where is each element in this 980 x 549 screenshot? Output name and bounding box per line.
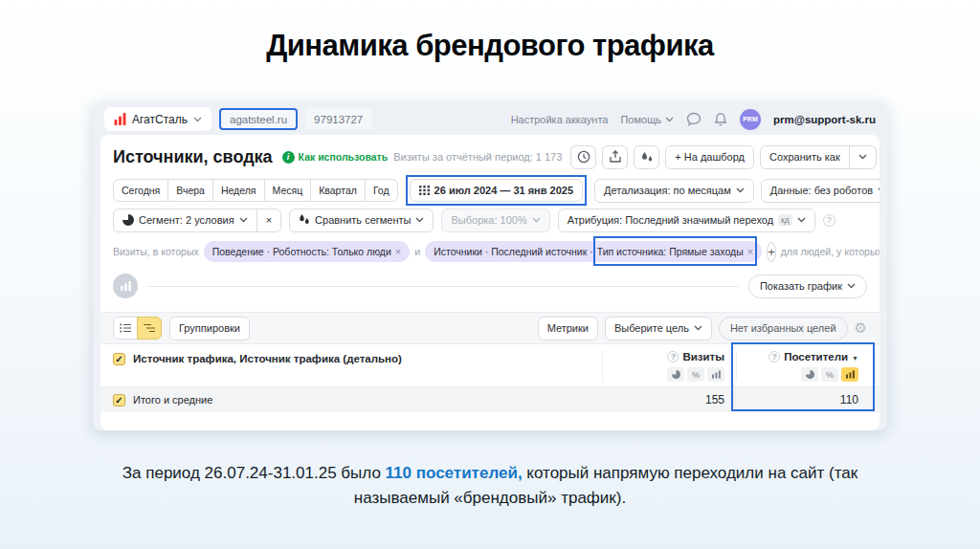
for-people-label: для людей, у которых bbox=[781, 246, 880, 257]
percent-view-icon[interactable]: % bbox=[821, 367, 838, 382]
detalization-select[interactable]: Детализация: по месяцам bbox=[594, 179, 754, 203]
metrics-button[interactable]: Метрики bbox=[538, 317, 598, 340]
metric-help-icon[interactable] bbox=[667, 351, 679, 362]
list-icon bbox=[120, 323, 131, 333]
caption-highlight: 110 посетителей, bbox=[386, 464, 523, 482]
show-chart-label: Показать график bbox=[760, 280, 842, 292]
chevron-down-icon bbox=[694, 325, 702, 331]
chevron-down-icon bbox=[878, 187, 880, 193]
attribution-label: Атрибуция: Последний значимый переход bbox=[568, 214, 773, 226]
attribution-badge: кд bbox=[778, 214, 792, 226]
tree-icon bbox=[144, 323, 155, 333]
filter-chip-source-prefix: Источники · Последний источник · bbox=[434, 246, 593, 257]
segment-label: Сегмент: 2 условия bbox=[139, 214, 234, 226]
date-range-highlight: 26 июл 2024 — 31 янв 2025 bbox=[406, 175, 587, 206]
bars-view-icon[interactable] bbox=[707, 367, 724, 382]
tab-today[interactable]: Сегодня bbox=[113, 179, 168, 202]
date-range-button[interactable]: 26 июл 2024 — 31 янв 2025 bbox=[410, 179, 583, 202]
filter-chip-source-highlight: Тип источника: Прямые заходы bbox=[597, 246, 744, 257]
filter-chip-behavior-label: Поведение · Роботность: Только люди bbox=[212, 246, 391, 257]
tree-view-toggle[interactable] bbox=[137, 317, 162, 340]
divider bbox=[147, 286, 739, 287]
add-to-dashboard-button[interactable]: + На дашборд bbox=[665, 145, 754, 169]
pie-icon bbox=[122, 214, 134, 226]
tab-quarter[interactable]: Квартал bbox=[310, 179, 366, 202]
segment-button[interactable]: Сегмент: 2 условия bbox=[113, 209, 257, 232]
how-to-use-label: Как использовать bbox=[299, 151, 389, 163]
detalization-label: Детализация: по месяцам bbox=[604, 185, 731, 196]
chat-icon[interactable] bbox=[686, 112, 702, 126]
topbar: АгатСталь agatsteel.ru 97913727 Настройк… bbox=[93, 103, 887, 135]
help-icon[interactable] bbox=[823, 214, 835, 227]
filter-chip-behavior[interactable]: Поведение · Роботность: Только люди bbox=[204, 241, 411, 262]
remove-filter-icon[interactable] bbox=[395, 246, 401, 257]
list-view-toggle[interactable] bbox=[113, 317, 138, 340]
avatar[interactable]: PRM bbox=[740, 109, 761, 130]
account-settings-link[interactable]: Настройка аккаунта bbox=[511, 114, 609, 125]
show-chart-button[interactable]: Показать график bbox=[748, 274, 867, 298]
groupings-button[interactable]: Группировки bbox=[169, 317, 250, 340]
column-visitors: Посетители % bbox=[736, 351, 870, 382]
segment-clear-button[interactable]: × bbox=[256, 209, 281, 232]
pie-view-icon[interactable] bbox=[801, 367, 818, 382]
date-range-label: 26 июл 2024 — 31 янв 2025 bbox=[434, 185, 573, 196]
help-label: Помощь bbox=[620, 114, 661, 125]
notifications-bell-icon[interactable] bbox=[714, 112, 727, 126]
remove-filter-icon[interactable] bbox=[747, 246, 753, 257]
caption-text: За период 26.07.24-31.01.25 было bbox=[122, 464, 386, 482]
slide-caption: За период 26.07.24-31.01.25 было 110 пос… bbox=[78, 461, 902, 512]
chevron-down-icon bbox=[665, 117, 674, 122]
sampling-select[interactable]: Выборка: 100% bbox=[441, 209, 549, 232]
site-domain[interactable]: agatsteel.ru bbox=[219, 108, 298, 130]
attribution-select[interactable]: Атрибуция: Последний значимый переход кд bbox=[558, 209, 815, 232]
data-mode-label: Данные: без роботов bbox=[770, 185, 873, 196]
column-visitors-label[interactable]: Посетители bbox=[784, 351, 848, 362]
save-as-button[interactable]: Сохранить как bbox=[760, 145, 850, 169]
tab-yesterday[interactable]: Вчера bbox=[167, 179, 213, 202]
how-to-use-link[interactable]: i Как использовать bbox=[282, 151, 389, 164]
report-table: Источник трафика, Источник трафика (дета… bbox=[100, 344, 880, 412]
help-menu[interactable]: Помощь bbox=[620, 114, 674, 125]
tab-month[interactable]: Месяц bbox=[264, 179, 312, 202]
total-visitors-value: 110 bbox=[736, 393, 870, 406]
pie-view-icon[interactable] bbox=[667, 367, 684, 382]
dimension-header[interactable]: Источник трафика, Источник трафика (дета… bbox=[133, 353, 402, 364]
calendar-grid-icon bbox=[419, 186, 430, 195]
metrica-screenshot: АгатСталь agatsteel.ru 97913727 Настройк… bbox=[93, 103, 887, 430]
compare-segments-button[interactable]: Сравнить сегменты bbox=[289, 209, 434, 232]
tab-week[interactable]: Неделя bbox=[212, 179, 265, 202]
add-visit-filter-button[interactable] bbox=[767, 242, 776, 262]
column-visits-label[interactable]: Визиты bbox=[682, 351, 724, 362]
counter-id: 97913727 bbox=[305, 108, 371, 130]
segments-drops-button[interactable] bbox=[634, 145, 659, 169]
report-title: Источники, сводка bbox=[113, 147, 273, 167]
save-as-dropdown-button[interactable] bbox=[849, 145, 877, 169]
select-goal-button[interactable]: Выберите цель bbox=[605, 317, 712, 340]
bars-view-icon[interactable] bbox=[841, 367, 858, 382]
no-goals-badge: Нет избранных целей bbox=[719, 317, 848, 340]
tab-year[interactable]: Год bbox=[365, 179, 398, 202]
history-clock-button[interactable] bbox=[570, 145, 596, 169]
chevron-down-icon bbox=[847, 283, 856, 289]
info-icon: i bbox=[282, 151, 295, 164]
drops-icon bbox=[299, 214, 310, 226]
counter-name: АгатСталь bbox=[132, 113, 188, 126]
visits-summary: Визиты за отчётный период: 1 173 bbox=[393, 151, 562, 163]
chevron-down-icon bbox=[797, 217, 806, 223]
chevron-down-icon bbox=[239, 217, 248, 223]
sort-desc-icon[interactable] bbox=[852, 351, 858, 362]
table-totals-row: Итого и средние 155 110 bbox=[100, 386, 880, 412]
filter-chip-source[interactable]: Источники · Последний источник · Тип ист… bbox=[425, 241, 762, 262]
compare-segments-label: Сравнить сегменты bbox=[315, 214, 411, 226]
metric-help-icon[interactable] bbox=[768, 351, 780, 362]
gear-icon[interactable]: ⚙ bbox=[855, 319, 867, 337]
select-goal-label: Выберите цель bbox=[614, 322, 689, 334]
chevron-down-icon bbox=[858, 154, 867, 160]
table-header-row: Источник трафика, Источник трафика (дета… bbox=[100, 344, 880, 386]
counter-tab[interactable]: АгатСталь bbox=[104, 107, 212, 131]
percent-view-icon[interactable]: % bbox=[687, 367, 704, 382]
export-button[interactable] bbox=[602, 145, 628, 169]
data-mode-select[interactable]: Данные: без роботов bbox=[761, 179, 880, 203]
checkbox-checked[interactable] bbox=[113, 394, 125, 406]
checkbox-checked[interactable] bbox=[113, 353, 125, 365]
